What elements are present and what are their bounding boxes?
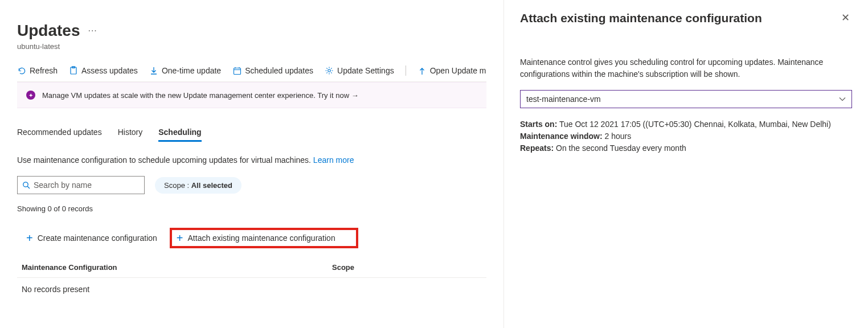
scheduled-button[interactable]: Scheduled updates (232, 66, 313, 75)
config-details: Starts on: Tue Oct 12 2021 17:05 ((UTC+0… (520, 118, 852, 154)
onetime-label: One-time update (162, 66, 221, 75)
panel-title: Attach existing maintenance configuratio… (520, 10, 762, 26)
window-label: Maintenance window: (520, 132, 603, 141)
toolbar: Refresh Assess updates One-time update S… (17, 61, 486, 82)
side-panel: Attach existing maintenance configuratio… (503, 0, 868, 328)
tabs: Recommended updates History Scheduling (17, 128, 486, 142)
panel-description: Maintenance control gives you scheduling… (520, 56, 852, 80)
search-icon (22, 181, 30, 189)
info-banner[interactable]: ✦ Manage VM updates at scale with the ne… (17, 82, 486, 108)
chevron-down-icon (839, 97, 846, 101)
tab-history[interactable]: History (118, 128, 143, 142)
scope-label: Scope : (164, 181, 191, 190)
compass-icon: ✦ (26, 91, 35, 100)
create-config-button[interactable]: + Create maintenance configuration (21, 228, 163, 248)
desc-text: Use maintenance configuration to schedul… (17, 155, 313, 165)
attach-config-button[interactable]: + Attach existing maintenance configurat… (170, 228, 358, 248)
assess-button[interactable]: Assess updates (69, 66, 138, 75)
create-config-label: Create maintenance configuration (38, 233, 157, 243)
open-update-label: Open Update m (430, 66, 486, 75)
settings-button[interactable]: Update Settings (325, 66, 394, 75)
column-maintenance-config[interactable]: Maintenance Configuration (22, 263, 332, 272)
scope-filter[interactable]: Scope : All selected (155, 177, 241, 194)
svg-rect-2 (234, 68, 240, 74)
record-count: Showing 0 of 0 records (17, 204, 486, 213)
starts-on-value: Tue Oct 12 2021 17:05 ((UTC+05:30) Chenn… (557, 120, 831, 129)
refresh-icon (17, 66, 26, 75)
refresh-label: Refresh (30, 66, 58, 75)
refresh-button[interactable]: Refresh (17, 66, 58, 75)
plus-icon: + (177, 234, 183, 242)
gear-icon (325, 66, 334, 75)
svg-point-4 (23, 182, 28, 187)
column-scope[interactable]: Scope (332, 263, 482, 272)
toolbar-separator (406, 65, 406, 76)
repeats-value: On the second Tuesday every month (554, 144, 686, 153)
scope-value: All selected (191, 181, 232, 190)
tab-scheduling[interactable]: Scheduling (158, 128, 201, 142)
dropdown-value: test-maintenance-vm (526, 95, 601, 104)
onetime-button[interactable]: One-time update (149, 66, 221, 75)
config-dropdown[interactable]: test-maintenance-vm (520, 90, 852, 108)
tab-recommended[interactable]: Recommended updates (17, 128, 102, 142)
search-input-wrapper[interactable] (17, 176, 145, 194)
scheduling-description: Use maintenance configuration to schedul… (17, 155, 486, 165)
attach-config-label: Attach existing maintenance configuratio… (188, 233, 335, 243)
no-records-message: No records present (17, 278, 486, 301)
clipboard-icon (69, 66, 78, 75)
download-icon (149, 66, 158, 75)
assess-label: Assess updates (81, 66, 138, 75)
close-icon[interactable]: ✕ (839, 10, 852, 25)
calendar-icon (232, 66, 241, 75)
settings-label: Update Settings (337, 66, 394, 75)
table-header: Maintenance Configuration Scope (17, 259, 486, 278)
window-value: 2 hours (603, 132, 632, 141)
page-subtitle: ubuntu-latest (17, 42, 486, 51)
scheduled-label: Scheduled updates (245, 66, 313, 75)
svg-point-3 (328, 69, 330, 72)
open-update-button[interactable]: Open Update m (417, 66, 486, 75)
more-icon[interactable]: ··· (88, 26, 97, 36)
search-input[interactable] (34, 181, 140, 190)
repeats-label: Repeats: (520, 144, 554, 153)
learn-more-link[interactable]: Learn more (313, 155, 354, 165)
arrow-up-icon (417, 66, 427, 75)
banner-text: Manage VM updates at scale with the new … (42, 91, 359, 100)
page-title: Updates (17, 22, 80, 40)
plus-icon: + (26, 234, 33, 242)
starts-on-label: Starts on: (520, 120, 557, 129)
